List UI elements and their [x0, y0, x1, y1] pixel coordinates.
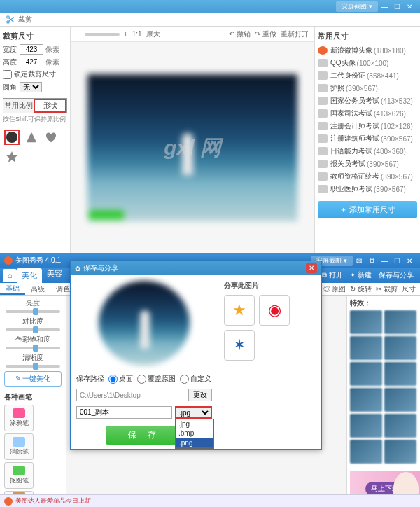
tab-shape[interactable]: 形状 [34, 99, 66, 113]
maximize-button[interactable]: ☐ [391, 3, 403, 11]
one-key-beautify-button[interactable]: ✎ 一键美化 [4, 371, 62, 387]
minimize-button[interactable]: — [378, 257, 391, 265]
undo-button[interactable]: ↶ 撤销 [229, 29, 251, 39]
menu-0[interactable]: 美化 [17, 268, 42, 283]
opt-overwrite[interactable]: 覆盖原图 [137, 374, 176, 384]
share-qzone[interactable]: ★ [224, 295, 255, 326]
slider-track[interactable] [6, 328, 60, 331]
corner-label: 圆角 [3, 83, 17, 92]
format-option-png[interactable]: .png [176, 438, 214, 448]
zoom-in-button[interactable]: + [124, 30, 128, 38]
maximize-button[interactable]: ☐ [391, 257, 403, 265]
zoom-out-button[interactable]: − [76, 30, 80, 38]
tab-ratio[interactable]: 常用比例 [4, 99, 34, 113]
fx-thumb[interactable] [384, 336, 416, 360]
size-preset[interactable]: 国家司法考试(413×626) [318, 107, 417, 120]
fx-thumb[interactable] [350, 362, 382, 386]
format-select[interactable]: .jpg [175, 406, 212, 419]
size-preset[interactable]: 新浪微博头像(180×180) [318, 44, 417, 57]
lock-crop-checkbox[interactable] [3, 70, 12, 79]
fx-thumb[interactable] [384, 440, 416, 464]
home-button[interactable]: ⌂ [3, 269, 17, 282]
size-preset[interactable]: 职业医师考试(390×567) [318, 183, 417, 195]
feedback-icon[interactable]: ✉ [353, 257, 365, 265]
size-dim: (390×567) [374, 186, 406, 193]
fx-thumb[interactable] [384, 388, 416, 412]
menu-1[interactable]: 美容 [42, 268, 67, 283]
fx-thumb[interactable] [350, 388, 382, 412]
open-button[interactable]: ⧉ 打开 [318, 270, 346, 280]
brush-0[interactable]: 涂鸦笔 [4, 405, 34, 431]
status-icon [4, 497, 13, 506]
path-input[interactable] [76, 389, 186, 401]
size-dim: (480×360) [374, 148, 406, 155]
share-renren[interactable]: ✶ [224, 330, 255, 361]
corner-select[interactable]: 无 [20, 82, 42, 92]
slider-track[interactable] [6, 347, 60, 349]
save-button[interactable]: 保 存 [106, 426, 183, 445]
svg-point-2 [6, 132, 18, 143]
size-label: 注册会计师考试 [330, 121, 379, 131]
size-preset[interactable]: 日语能力考试(480×360) [318, 145, 417, 158]
size-preset[interactable]: QQ头像(100×100) [318, 57, 417, 69]
shape-star[interactable] [4, 149, 20, 165]
redo-button[interactable]: ↷ 重做 [255, 29, 276, 39]
settings-icon[interactable]: ⚙ [365, 257, 378, 265]
share-weibo[interactable]: ◉ [259, 295, 290, 326]
crop-button[interactable]: ✂ 裁剪 [376, 284, 398, 294]
size-preset[interactable]: 教师资格证统考(390×567) [318, 170, 417, 183]
width-input[interactable] [20, 44, 43, 55]
reopen-button[interactable]: 重新打开 [281, 29, 309, 39]
screenshot-dropdown[interactable]: 安屏截图 ▾ [336, 1, 378, 12]
fx-thumb[interactable] [384, 362, 416, 386]
zoom-slider[interactable] [85, 33, 120, 36]
close-button[interactable]: ✕ [403, 3, 416, 11]
brush-2[interactable]: 抠图笔 [4, 462, 34, 489]
original-button[interactable]: ◎ 原图 [323, 284, 346, 294]
zoom-fit-button[interactable]: 1:1 [132, 30, 142, 38]
effects-heading: 特效： [350, 298, 417, 308]
slider-track[interactable] [6, 310, 60, 313]
opt-desktop[interactable]: 桌面 [108, 374, 133, 384]
crop-canvas[interactable]: gxl 网 [71, 42, 314, 254]
fx-thumb[interactable] [350, 336, 382, 360]
fx-thumb[interactable] [350, 414, 382, 438]
size-preset[interactable]: 二代身份证(358×441) [318, 69, 417, 82]
subtab-0[interactable]: 基础 [0, 283, 25, 295]
dialog-close-button[interactable]: ✕ [306, 263, 317, 273]
new-button[interactable]: ✦ 新建 [346, 270, 375, 280]
opt-custom[interactable]: 自定义 [180, 374, 211, 384]
size-button[interactable]: 尺寸 [402, 284, 416, 294]
slider-track[interactable] [6, 365, 60, 368]
brush-1[interactable]: 消除笔 [4, 433, 34, 460]
add-size-button[interactable]: ＋ 添加常用尺寸 [318, 201, 417, 218]
save-share-button[interactable]: 保存与分享 [375, 270, 417, 280]
shape-circle[interactable] [4, 130, 20, 145]
format-option-jpg[interactable]: .jpg [176, 419, 214, 429]
change-path-button[interactable]: 更改 [188, 389, 212, 401]
size-preset[interactable]: 报关员考试(390×567) [318, 158, 417, 170]
fx-thumb[interactable] [384, 414, 416, 438]
size-icon [318, 71, 328, 80]
filename-input[interactable] [76, 406, 172, 419]
fx-thumb[interactable] [350, 440, 382, 464]
fx-thumb[interactable] [350, 310, 382, 334]
size-preset[interactable]: 护照(390×567) [318, 82, 417, 95]
size-preset[interactable]: 注册会计师考试(102×126) [318, 120, 417, 132]
format-option-bmp[interactable]: .bmp [176, 429, 214, 438]
shape-heart[interactable] [43, 130, 59, 145]
shape-triangle[interactable] [24, 130, 39, 145]
height-input[interactable] [20, 57, 43, 67]
size-dim: (390×567) [381, 173, 413, 181]
fx-thumb[interactable] [384, 310, 416, 334]
size-preset[interactable]: 国家公务员考试(413×532) [318, 95, 417, 107]
subtab-1[interactable]: 高级 [25, 283, 50, 295]
size-label: 国家司法考试 [330, 109, 372, 118]
rotate-button[interactable]: ↻ 旋转 [350, 284, 372, 294]
size-icon [318, 59, 328, 67]
close-button[interactable]: ✕ [403, 257, 416, 265]
minimize-button[interactable]: — [378, 3, 391, 11]
crop-panel: 裁剪尺寸 宽度 像素 高度 像素 锁定裁剪尺寸 圆角 无 常用比例 形状 [0, 27, 70, 254]
size-icon [318, 122, 328, 130]
size-preset[interactable]: 注册建筑师考试(390×567) [318, 132, 417, 145]
